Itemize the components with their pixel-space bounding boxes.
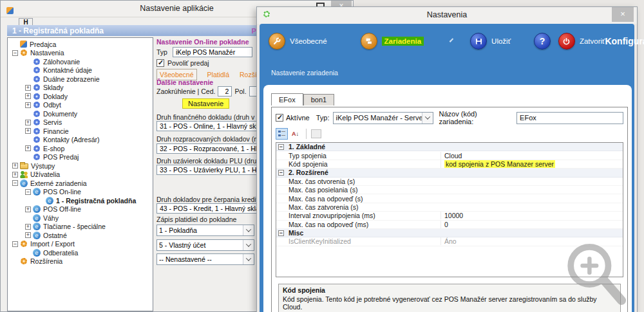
tree-expander[interactable]: − bbox=[12, 241, 18, 247]
tree-item[interactable]: +Užívatelia bbox=[8, 170, 153, 179]
property-value[interactable]: Cloud bbox=[440, 152, 623, 160]
tree-expander[interactable]: + bbox=[25, 232, 31, 238]
propgrid-property-row[interactable]: Kód spojeniakod spojenia z POS Manazer s… bbox=[276, 160, 623, 169]
tree-expander[interactable]: + bbox=[25, 102, 31, 108]
fg-title-bar[interactable]: Nastavenia × bbox=[257, 7, 637, 24]
propgrid-property-row[interactable]: IsClientKeyInitializedÁno bbox=[276, 237, 623, 246]
property-value[interactable]: Áno bbox=[440, 237, 623, 245]
propgrid-property-row[interactable]: Max. čas posielania (s) bbox=[276, 186, 623, 194]
category-expander[interactable]: − bbox=[276, 230, 286, 236]
tree-item[interactable]: +Ostatné bbox=[8, 231, 153, 240]
aktivne-checkbox[interactable] bbox=[276, 114, 283, 122]
tree-expander[interactable]: + bbox=[25, 128, 31, 134]
help-icon[interactable]: ? bbox=[534, 33, 551, 50]
tab-efox[interactable]: EFox bbox=[271, 93, 303, 106]
save-icon[interactable] bbox=[470, 33, 487, 50]
propgrid-category-row[interactable]: −Misc bbox=[276, 229, 623, 237]
tree-item[interactable]: Kontaktné údaje bbox=[8, 66, 153, 75]
property-pages-icon[interactable] bbox=[310, 128, 322, 140]
tree-expander[interactable]: + bbox=[25, 145, 31, 151]
propgrid-property-row[interactable]: Max. čas na odpoveď (ms)0 bbox=[276, 221, 623, 229]
tree-expander[interactable]: + bbox=[25, 224, 31, 230]
devices-icon[interactable] bbox=[361, 33, 377, 50]
tree-item[interactable]: +Servis bbox=[8, 118, 153, 127]
alphabetical-sort-icon[interactable]: A↓ bbox=[289, 128, 301, 140]
device-name-input[interactable]: EFox bbox=[516, 112, 623, 124]
propgrid-category-row[interactable]: −2. Rozšírené bbox=[276, 169, 623, 177]
tree-item[interactable]: +Tlačiarne - špeciálne bbox=[8, 223, 153, 232]
dropdown-button[interactable] bbox=[243, 225, 254, 235]
tree-item[interactable]: Dokumenty bbox=[8, 109, 153, 118]
typ-combobox[interactable]: iKelp POS Manažér bbox=[173, 47, 252, 57]
rounding-ced-input[interactable]: 2 bbox=[218, 86, 232, 96]
property-value[interactable]: 0 bbox=[440, 221, 623, 228]
field-combobox[interactable]: 32 - POS - Rozpracované, 1 - Hlavn bbox=[156, 143, 257, 154]
tree-item[interactable]: Duálne zobrazenie bbox=[8, 75, 153, 84]
tab-rozsirene[interactable]: Rozšírené bbox=[240, 71, 257, 78]
propgrid-category-row[interactable]: −1. Základné bbox=[276, 143, 623, 151]
wrench-icon[interactable] bbox=[269, 33, 285, 50]
field-combobox[interactable]: 31 - POS - Online, 1 - Hlavný sklad bbox=[156, 121, 257, 131]
category-expander[interactable]: − bbox=[276, 144, 286, 150]
category-expander[interactable]: − bbox=[276, 170, 286, 176]
tab-platidla[interactable]: Platidlá bbox=[207, 71, 229, 78]
tree-item[interactable]: −POS On-line bbox=[8, 188, 153, 197]
tree-item[interactable]: +Odbyt bbox=[8, 101, 153, 110]
tree-item[interactable]: Zálohovanie bbox=[8, 57, 153, 66]
platidlo-select[interactable]: 5 - Vlastný účet bbox=[156, 239, 254, 251]
tree-item[interactable]: +POS Off-line bbox=[8, 205, 153, 214]
tree-expander[interactable]: − bbox=[25, 189, 31, 195]
toolbar-dropdown-icon[interactable] bbox=[450, 38, 453, 42]
propgrid-property-row[interactable]: Max. čas otvorenia (s) bbox=[276, 178, 623, 186]
tree-expander[interactable]: + bbox=[25, 206, 31, 212]
povolit-predaj-row[interactable]: Povoliť predaj bbox=[156, 59, 209, 67]
toolbar-ulozit[interactable]: Uložiť bbox=[491, 37, 511, 45]
property-value[interactable]: 10000 bbox=[440, 212, 623, 219]
tree-expander[interactable]: + bbox=[12, 163, 18, 169]
tree-item[interactable]: +Financie bbox=[8, 127, 153, 136]
toolbar-zatvorit[interactable]: Zatvoriť bbox=[580, 37, 605, 45]
tree-item[interactable]: +E-shop bbox=[8, 144, 153, 153]
tree-item[interactable]: −Nastavenia bbox=[8, 49, 153, 58]
tree-item[interactable]: Odberatelia bbox=[8, 248, 153, 257]
fg-close-button[interactable]: × bbox=[612, 7, 634, 22]
field-combobox[interactable]: 33 - POS - Uzávierky PLU, 1 - Hlavn bbox=[156, 165, 257, 175]
tree-item[interactable]: 1 - Registračná pokladňa bbox=[8, 196, 153, 205]
tree-item[interactable]: +Doklady bbox=[8, 92, 153, 101]
propgrid-property-row[interactable]: Max. čas na odpoveď (s) bbox=[276, 194, 623, 203]
tree-item[interactable]: Predajca bbox=[8, 40, 153, 49]
power-icon[interactable] bbox=[558, 33, 575, 50]
tree-expander[interactable]: − bbox=[12, 50, 18, 56]
toolbar-vseobecne[interactable]: Všeobecné bbox=[290, 37, 327, 45]
propgrid-property-row[interactable]: Typ spojeniaCloud bbox=[276, 151, 623, 160]
tree-item[interactable]: Rozšírenia bbox=[8, 257, 153, 266]
device-typ-select[interactable]: iKelp POS Manažér - Server bbox=[333, 112, 433, 124]
tree-item[interactable]: Váhy bbox=[8, 214, 153, 223]
tree-item[interactable]: +Sklady bbox=[8, 84, 153, 93]
propgrid-property-row[interactable]: Max. čas zatvorenia (s) bbox=[276, 203, 623, 212]
dropdown-button[interactable] bbox=[243, 254, 254, 264]
tree-item[interactable]: −Import / Export bbox=[8, 240, 153, 249]
tree-expander[interactable]: − bbox=[12, 180, 18, 186]
tree-item[interactable]: +Výstupy bbox=[8, 161, 153, 170]
toolbar-zariadenia[interactable]: Zariadenia bbox=[382, 37, 424, 46]
tree-expander[interactable]: + bbox=[25, 120, 31, 125]
fg-window-title: Nastavenia bbox=[257, 10, 637, 19]
tree-expander[interactable]: + bbox=[25, 93, 31, 99]
tree-item[interactable]: −Externé zariadenia bbox=[8, 179, 153, 188]
tab-bon1[interactable]: bon1 bbox=[303, 94, 334, 106]
categorized-view-icon[interactable] bbox=[276, 128, 288, 140]
tree-item[interactable]: POS Predaj bbox=[8, 153, 153, 162]
property-value[interactable]: kod spojenia z POS Manazer server bbox=[440, 160, 623, 168]
tree-item[interactable]: Kontakty (Adresár) bbox=[8, 136, 153, 145]
nastavenie-button[interactable]: Nastavenie bbox=[182, 98, 229, 109]
platidlo-select[interactable]: -- Nenastavené -- bbox=[156, 253, 254, 265]
dropdown-button[interactable] bbox=[243, 240, 254, 250]
tree-expander[interactable]: + bbox=[12, 172, 18, 178]
field-combobox[interactable]: 43 - POS - Kredit, 1 - Hlavný sklad bbox=[156, 203, 257, 214]
tree-expander[interactable]: + bbox=[25, 85, 31, 91]
propgrid-property-row[interactable]: Interval znovupripojenia (ms)10000 bbox=[276, 212, 623, 220]
povolit-predaj-checkbox[interactable] bbox=[156, 59, 164, 67]
dropdown-button[interactable] bbox=[422, 113, 433, 124]
platidlo-select[interactable]: 1 - Pokladňa bbox=[156, 225, 254, 236]
